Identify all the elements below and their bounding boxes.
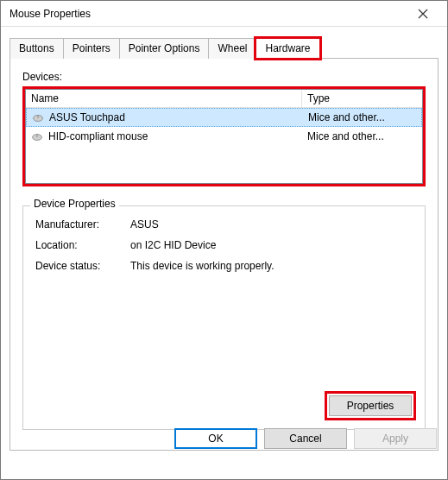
column-type[interactable]: Type	[302, 90, 422, 107]
tab-strip: Buttons Pointers Pointer Options Wheel H…	[9, 37, 439, 59]
devices-table[interactable]: Name Type ASUS Touchpad Mice and other..…	[25, 89, 423, 184]
mouse-properties-window: Mouse Properties Buttons Pointers Pointe…	[0, 0, 448, 480]
cell-name: ASUS Touchpad	[27, 111, 303, 123]
dialog-body: Buttons Pointers Pointer Options Wheel H…	[1, 27, 447, 458]
manufacturer-value: ASUS	[130, 218, 413, 231]
device-name: HID-compliant mouse	[48, 130, 148, 142]
status-row: Device status: This device is working pr…	[35, 260, 413, 272]
titlebar: Mouse Properties	[1, 1, 447, 27]
cell-name: HID-compliant mouse	[26, 130, 302, 142]
location-value: on I2C HID Device	[130, 239, 413, 251]
manufacturer-row: Manufacturer: ASUS	[35, 218, 413, 231]
location-row: Location: on I2C HID Device	[35, 239, 413, 251]
properties-button-highlight: Properties	[325, 391, 416, 420]
apply-button[interactable]: Apply	[354, 428, 437, 449]
ok-button[interactable]: OK	[174, 428, 257, 449]
status-label: Device status:	[35, 260, 130, 272]
status-value: This device is working properly.	[130, 260, 413, 272]
cancel-button[interactable]: Cancel	[264, 428, 347, 449]
tab-panel-hardware: Devices: Name Type ASUS Touchpad	[9, 59, 439, 451]
device-properties-group: Device Properties Manufacturer: ASUS Loc…	[22, 205, 426, 430]
mouse-icon	[32, 113, 44, 122]
device-name: ASUS Touchpad	[49, 111, 125, 123]
tab-pointer-options[interactable]: Pointer Options	[119, 38, 210, 59]
mouse-icon	[31, 132, 43, 141]
tab-buttons[interactable]: Buttons	[9, 38, 64, 59]
tab-hardware[interactable]: Hardware	[256, 38, 319, 59]
cell-type: Mice and other...	[303, 111, 421, 123]
group-legend: Device Properties	[30, 198, 119, 210]
dialog-buttons: OK Cancel Apply	[174, 428, 437, 449]
close-button[interactable]	[406, 2, 440, 26]
manufacturer-label: Manufacturer:	[35, 218, 130, 231]
table-header: Name Type	[26, 90, 422, 108]
cell-type: Mice and other...	[302, 130, 422, 142]
tab-wheel[interactable]: Wheel	[208, 38, 256, 59]
window-title: Mouse Properties	[9, 8, 406, 20]
location-label: Location:	[35, 239, 130, 251]
close-icon	[418, 9, 428, 19]
devices-label: Devices:	[22, 71, 426, 83]
table-row[interactable]: ASUS Touchpad Mice and other...	[26, 108, 422, 127]
column-name[interactable]: Name	[26, 90, 302, 107]
tab-pointers[interactable]: Pointers	[63, 38, 120, 59]
table-row[interactable]: HID-compliant mouse Mice and other...	[26, 127, 422, 146]
devices-highlight: Name Type ASUS Touchpad Mice and other..…	[22, 86, 426, 186]
properties-button[interactable]: Properties	[329, 395, 412, 416]
